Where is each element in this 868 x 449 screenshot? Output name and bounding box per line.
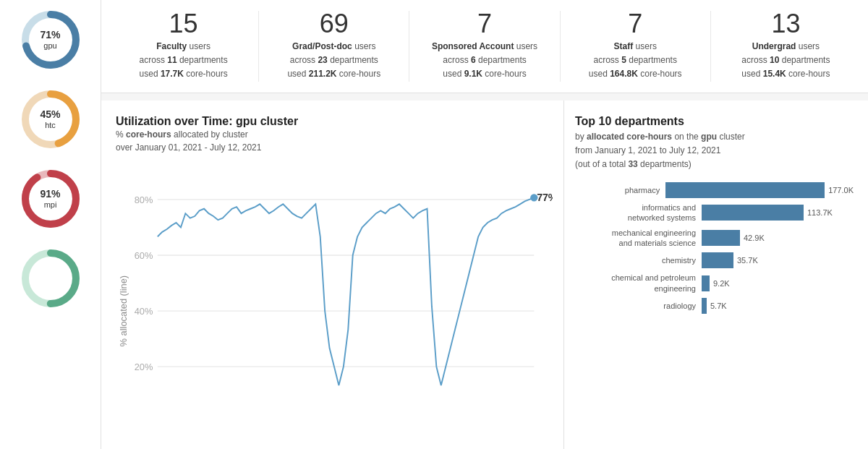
staff-hours: 164.8K (610, 69, 638, 79)
sponsored-count: 7 (417, 11, 552, 37)
mpi-donut-wrapper: 91% mpi (18, 166, 83, 231)
svg-text:80%: 80% (135, 194, 153, 205)
sponsored-depts: 6 (471, 55, 476, 65)
bar-fill-radiology (702, 298, 707, 314)
content-area: Utilization over Time: gpu cluster % cor… (101, 101, 868, 449)
utilization-chart-section: Utilization over Time: gpu cluster % cor… (101, 101, 564, 449)
bar-value-pharmacy: 177.0K (828, 186, 854, 194)
bar-track-pharmacy: 177.0K (665, 182, 854, 198)
bar-track-informatics: 113.7K (702, 205, 854, 221)
bar-value-informatics: 113.7K (807, 208, 833, 217)
bar-track-chemical: 9.2K (702, 275, 854, 291)
staff-count: 7 (568, 11, 703, 37)
bar-fill-pharmacy (665, 182, 825, 198)
htc-name: htc (40, 121, 60, 130)
gpu-donut-card: 71% gpu (18, 7, 83, 72)
utilization-chart-area: % allocated (line) 80% 60% 40% 20% 77% (116, 161, 553, 449)
svg-text:20%: 20% (135, 362, 153, 372)
bar-row-pharmacy: pharmacy 177.0K (575, 182, 854, 198)
stats-header: 15 Faculty users across 11 departments u… (101, 0, 868, 93)
bar-row-chemical: chemical and petroleumengineering 9.2K (575, 273, 854, 294)
sponsored-desc: Sponsored Account users across 6 departm… (417, 40, 552, 82)
bar-value-chemical: 9.2K (713, 279, 730, 288)
svg-text:40%: 40% (135, 306, 153, 317)
bar-row-mech: mechanical engineeringand materials scie… (575, 228, 854, 249)
stat-sponsored: 7 Sponsored Account users across 6 depar… (409, 11, 560, 82)
stat-grad: 69 Grad/Post-doc users across 23 departm… (259, 11, 409, 82)
bar-value-mech: 42.9K (744, 234, 765, 242)
staff-type: Staff (614, 41, 634, 51)
undergrad-type: Undergrad (752, 41, 796, 51)
bar-label-chemistry: chemistry (575, 255, 702, 265)
staff-depts: 5 (621, 55, 626, 65)
undergrad-desc: Undergrad users across 10 departments us… (718, 40, 854, 82)
stat-undergrad: 13 Undergrad users across 10 departments… (711, 11, 861, 82)
stat-faculty: 15 Faculty users across 11 departments u… (109, 11, 259, 82)
htc-pct: 45% (40, 108, 60, 121)
bar-track-radiology: 5.7K (702, 298, 854, 314)
y-axis-label: % allocated (line) (118, 275, 129, 346)
grad-type: Grad/Post-doc (292, 41, 352, 51)
gpu-pct: 71% (40, 29, 60, 41)
bar-label-pharmacy: pharmacy (575, 185, 665, 195)
other-donut-svg (18, 246, 83, 311)
sidebar: 71% gpu 45% htc 91% mpi (0, 0, 101, 449)
undergrad-count: 13 (718, 11, 854, 37)
mpi-donut-card: 91% mpi (18, 166, 83, 231)
faculty-hours: 17.7K (161, 69, 184, 79)
faculty-desc: Faculty users across 11 departments used… (116, 40, 251, 82)
bar-row-radiology: radiology 5.7K (575, 298, 854, 314)
bar-label-mech: mechanical engineeringand materials scie… (575, 228, 702, 249)
utilization-subtitle1: % core-hours allocated by cluster (116, 129, 553, 140)
mpi-name: mpi (40, 200, 60, 210)
bar-fill-informatics (702, 205, 804, 221)
utilization-subtitle-bold: core-hours (126, 129, 171, 140)
undergrad-hours: 15.4K (763, 69, 786, 79)
htc-donut-label: 45% htc (40, 108, 60, 130)
other-donut-wrapper (18, 246, 83, 311)
bar-fill-chemical (702, 275, 710, 291)
bar-chart-section: Top 10 departments by allocated core-hou… (564, 101, 868, 449)
bar-label-chemical: chemical and petroleumengineering (575, 273, 702, 294)
stat-staff: 7 Staff users across 5 departments used … (561, 11, 711, 82)
faculty-count: 15 (116, 11, 251, 37)
faculty-depts: 11 (167, 55, 176, 65)
bar-track-chemistry: 35.7K (702, 252, 854, 268)
faculty-type: Faculty (156, 41, 187, 51)
bar-label-radiology: radiology (575, 301, 702, 311)
grad-hours: 211.2K (309, 69, 337, 79)
peak-label: 77% (537, 192, 553, 203)
utilization-svg: % allocated (line) 80% 60% 40% 20% 77% (116, 161, 553, 449)
bar-chart-title: Top 10 departments (575, 115, 854, 128)
bar-fill-mech (702, 230, 740, 246)
bar-label-informatics: informatics andnetworked systems (575, 202, 702, 223)
gpu-donut-label: 71% gpu (40, 29, 60, 51)
htc-donut-card: 45% htc (18, 87, 83, 152)
sponsored-type: Sponsored Account (432, 41, 514, 51)
bar-value-chemistry: 35.7K (737, 256, 758, 265)
bar-track-mech: 42.9K (702, 230, 854, 246)
svg-point-16 (530, 194, 537, 201)
mpi-donut-label: 91% mpi (40, 188, 60, 210)
bar-row-informatics: informatics andnetworked systems 113.7K (575, 202, 854, 223)
bar-fill-chemistry (702, 252, 733, 268)
undergrad-depts: 10 (770, 55, 779, 65)
gpu-donut-wrapper: 71% gpu (18, 7, 83, 72)
bar-value-radiology: 5.7K (710, 302, 727, 310)
staff-desc: Staff users across 5 departments used 16… (568, 40, 703, 82)
gpu-name: gpu (40, 41, 60, 51)
other-donut-card (18, 246, 83, 311)
grad-desc: Grad/Post-doc users across 23 department… (266, 40, 401, 82)
utilization-date: over January 01, 2021 - July 12, 2021 (116, 142, 553, 153)
bar-chart-subtitle: by allocated core-hours on the gpu clust… (575, 130, 854, 172)
svg-text:60%: 60% (135, 250, 153, 261)
grad-depts: 23 (318, 55, 327, 65)
sponsored-hours: 9.1K (464, 69, 482, 79)
grad-count: 69 (266, 11, 401, 37)
mpi-pct: 91% (40, 188, 60, 200)
utilization-title: Utilization over Time: gpu cluster (116, 115, 553, 128)
bar-row-chemistry: chemistry 35.7K (575, 252, 854, 268)
htc-donut-wrapper: 45% htc (18, 87, 83, 152)
main-content: 15 Faculty users across 11 departments u… (101, 0, 868, 449)
